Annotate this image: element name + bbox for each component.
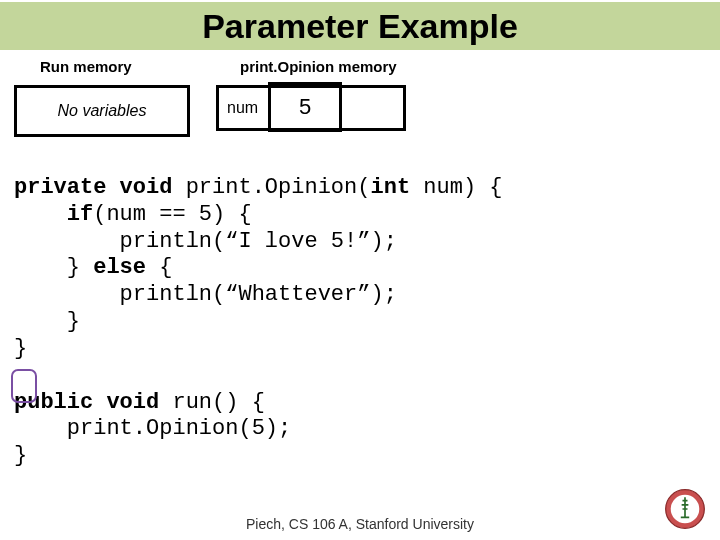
slide-title: Parameter Example xyxy=(202,7,518,46)
code-block: private void print.Opinion(int num) { if… xyxy=(14,175,706,470)
code-text: println(“Whattever”); xyxy=(14,282,397,307)
run-memory-box: No variables xyxy=(14,85,190,137)
kw-else: else xyxy=(93,255,146,280)
kw-if: if xyxy=(67,202,93,227)
code-text: num) { xyxy=(410,175,502,200)
code-text: print.Opinion( xyxy=(172,175,370,200)
printopinion-memory-label: print.Opinion memory xyxy=(240,58,397,75)
code-text: run() { xyxy=(159,390,265,415)
footer-attribution: Piech, CS 106 A, Stanford University xyxy=(0,516,720,532)
kw-private-void: private void xyxy=(14,175,172,200)
variable-name: num xyxy=(227,99,258,117)
kw-public-void: public void xyxy=(14,390,159,415)
variable-value: 5 xyxy=(299,94,311,120)
code-text: } xyxy=(14,309,80,334)
printopinion-memory-box: num 5 xyxy=(216,85,406,131)
kw-int: int xyxy=(370,175,410,200)
code-text xyxy=(14,202,67,227)
variable-value-box: 5 xyxy=(268,82,342,132)
code-text: print.Opinion(5); xyxy=(14,416,291,441)
code-text: } xyxy=(14,443,27,468)
code-text: } xyxy=(14,336,27,361)
stanford-seal-icon xyxy=(664,488,706,530)
no-variables-text: No variables xyxy=(58,102,147,120)
code-text: { xyxy=(146,255,172,280)
code-text: println(“I love 5!”); xyxy=(14,229,397,254)
code-text: } xyxy=(14,255,93,280)
run-memory-label: Run memory xyxy=(40,58,132,75)
code-text: (num == 5) { xyxy=(93,202,251,227)
title-band: Parameter Example xyxy=(0,2,720,50)
